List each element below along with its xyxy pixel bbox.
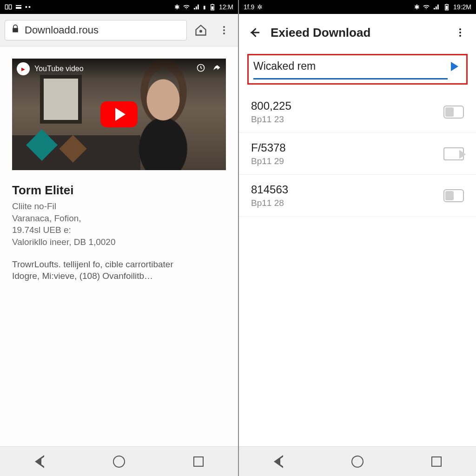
list-item[interactable]: 800,225 Bp11 23 — [239, 91, 476, 133]
item-action-play[interactable] — [443, 147, 464, 160]
overflow-menu-button[interactable] — [451, 23, 469, 42]
svg-point-16 — [459, 32, 461, 33]
svg-point-7 — [200, 30, 202, 32]
status-right: ✱ 19:2M — [414, 3, 471, 11]
youtube-player[interactable]: ▶ YouTube video — [12, 59, 226, 170]
list-item[interactable]: 814563 Bp11 28 — [239, 175, 476, 217]
desc-line: TrowrLoufts. tellijenl fo, cible carrort… — [12, 258, 226, 271]
status-time: 19:2M — [453, 3, 471, 11]
notif-icon — [5, 3, 12, 11]
search-field-highlight: Wicaked rem — [247, 54, 468, 85]
share-icon[interactable] — [212, 63, 221, 74]
signal-icon — [433, 3, 440, 11]
gear-icon: ✱ — [414, 3, 420, 11]
signal-icon — [193, 3, 200, 11]
more-icon: •• — [25, 3, 32, 11]
svg-point-9 — [223, 29, 225, 31]
svg-rect-14 — [446, 4, 448, 4]
svg-rect-5 — [212, 7, 213, 10]
back-button[interactable] — [245, 23, 264, 42]
nav-recents-button[interactable] — [189, 452, 208, 471]
results-list: 800,225 Bp11 23 F/5378 Bp11 29 814563 Bp… — [239, 91, 476, 217]
meta-line: Valorikllo ineer, DB 1,0020 — [12, 236, 238, 248]
send-icon[interactable] — [448, 58, 462, 71]
battery-icon — [443, 3, 450, 11]
status-right: ✱ ▮ 12:M — [174, 3, 233, 11]
url-text: Downloadd.rous — [25, 24, 99, 36]
phone-right: 1f.9 ✲ ✱ 19:2M Exieed Download Wica — [238, 0, 476, 476]
svg-rect-0 — [5, 5, 7, 9]
svg-rect-1 — [9, 5, 11, 9]
card-icon — [15, 3, 22, 11]
player-label: YouTube video — [34, 65, 84, 73]
spacer — [239, 217, 476, 446]
youtube-logo-icon: ▶ — [17, 62, 30, 75]
status-time: 12:M — [219, 3, 233, 11]
svg-rect-3 — [16, 6, 21, 7]
page-content: ▶ YouTube video Torm Elitei — [0, 46, 238, 446]
status-bar: 1f.9 ✲ ✱ 19:2M — [239, 0, 476, 14]
svg-point-10 — [223, 33, 225, 34]
svg-point-17 — [459, 35, 461, 37]
browser-toolbar: Downloadd.rous — [0, 14, 238, 46]
nav-recents-button[interactable] — [427, 452, 446, 471]
desc-line: Idogre, Mi:vieve, (108) Ovanfoilitb… — [12, 270, 226, 282]
item-subtitle: Bp11 29 — [251, 156, 286, 166]
status-left: •• — [5, 3, 32, 11]
video-embed[interactable]: ▶ YouTube video — [0, 46, 238, 170]
item-title: 800,225 — [251, 99, 291, 112]
player-top-bar: ▶ YouTube video — [12, 59, 226, 79]
status-left: 1f.9 ✲ — [244, 3, 263, 11]
svg-rect-13 — [446, 6, 448, 9]
play-button[interactable] — [100, 101, 138, 127]
wifi-icon — [183, 3, 190, 11]
system-nav-bar — [0, 446, 238, 476]
lock-icon — [11, 24, 20, 36]
item-subtitle: Bp11 28 — [251, 198, 288, 208]
nav-home-button[interactable] — [110, 452, 128, 471]
phone-left: •• ✱ ▮ 12:M Downloadd.rous — [0, 0, 238, 476]
meta-line: Cliite no-Fil — [12, 200, 238, 212]
search-text: Wicaked rem — [253, 58, 448, 73]
scene-decor — [40, 75, 82, 124]
nav-back-button[interactable] — [269, 452, 288, 471]
nav-back-button[interactable] — [30, 452, 49, 471]
item-title: F/5378 — [251, 141, 286, 154]
battery-icon — [209, 3, 216, 11]
item-subtitle: Bp11 23 — [251, 114, 291, 125]
search-input[interactable]: Wicaked rem — [253, 58, 448, 79]
gear-icon: ✱ — [174, 3, 180, 11]
item-title: 814563 — [251, 183, 288, 196]
video-title: Torm Elitei — [12, 183, 238, 198]
item-action-toggle[interactable] — [443, 106, 464, 119]
item-action-toggle[interactable] — [443, 189, 464, 202]
overflow-menu-button[interactable] — [215, 21, 233, 40]
wifi-icon — [423, 3, 430, 11]
input-underline — [253, 78, 448, 79]
list-item[interactable]: F/5378 Bp11 29 — [239, 133, 476, 175]
svg-rect-6 — [212, 4, 213, 4]
status-left-text: 1f.9 — [244, 3, 254, 11]
meta-line: 19.74sl UEB e: — [12, 224, 238, 236]
video-description: TrowrLoufts. tellijenl fo, cible carrort… — [12, 258, 226, 282]
app-title: Exieed Download — [271, 26, 444, 40]
home-button[interactable] — [192, 21, 210, 40]
app-bar: Exieed Download — [239, 14, 476, 51]
sun-icon: ✲ — [257, 3, 263, 11]
url-field[interactable]: Downloadd.rous — [5, 20, 187, 40]
svg-point-15 — [459, 28, 461, 30]
nav-home-button[interactable] — [348, 452, 367, 471]
network-icon: ▮ — [203, 5, 206, 10]
system-nav-bar — [239, 446, 476, 476]
watch-later-icon[interactable] — [196, 63, 205, 74]
status-bar: •• ✱ ▮ 12:M — [0, 0, 238, 14]
video-meta: Cliite no-Fil Varanaca, Fofion, 19.74sl … — [12, 200, 238, 248]
svg-point-8 — [223, 26, 225, 28]
meta-line: Varanaca, Fofion, — [12, 212, 238, 225]
